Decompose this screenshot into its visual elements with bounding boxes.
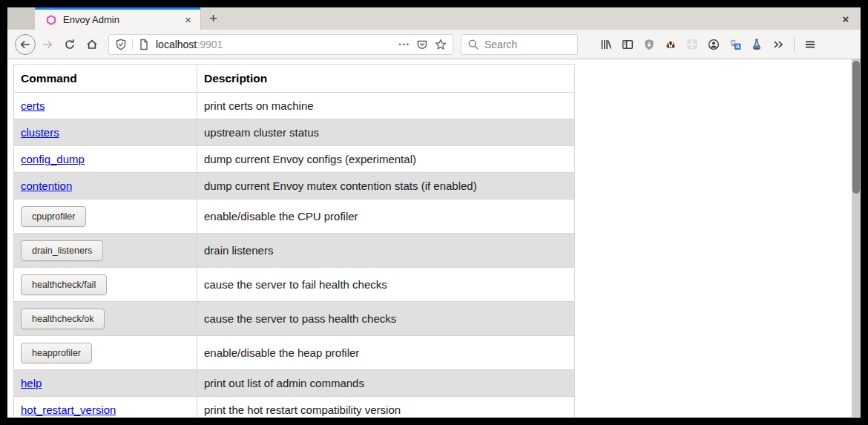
- flask-extension-button[interactable]: [751, 39, 763, 50]
- page-actions-icon[interactable]: •••: [399, 41, 410, 48]
- pocket-icon[interactable]: [416, 39, 428, 50]
- description-cell: print the hot restart compatibility vers…: [197, 397, 575, 418]
- scrollbar-thumb[interactable]: [852, 61, 860, 194]
- urlbar-separator: [132, 39, 133, 50]
- account-icon: [708, 39, 720, 50]
- double-chevron-icon: [772, 39, 784, 50]
- account-button[interactable]: [708, 39, 720, 50]
- back-arrow-icon: [19, 39, 31, 50]
- description-cell: dump current Envoy mutex contention stat…: [197, 173, 575, 200]
- translate-extension-button[interactable]: A: [729, 39, 741, 50]
- command-cell: clusters: [14, 119, 197, 146]
- new-tab-button[interactable]: +: [200, 7, 226, 30]
- browser-window: Envoy Admin × + ×: [7, 7, 861, 418]
- translate-icon: A: [729, 39, 741, 50]
- forward-arrow-icon: [42, 39, 53, 50]
- reload-icon: [64, 39, 76, 50]
- command-table-body: certs print certs on machine clusters up…: [14, 93, 575, 418]
- command-button[interactable]: drain_listeners: [21, 240, 103, 261]
- search-input[interactable]: [484, 39, 566, 50]
- command-cell: help: [14, 370, 197, 397]
- description-cell: upstream cluster status: [197, 119, 575, 146]
- command-cell: certs: [14, 93, 197, 119]
- badger-extension-button[interactable]: [665, 39, 677, 50]
- back-button[interactable]: [15, 34, 36, 55]
- tab-envoy-admin[interactable]: Envoy Admin ×: [35, 7, 200, 30]
- command-link[interactable]: contention: [21, 179, 72, 192]
- overflow-button[interactable]: [772, 39, 784, 50]
- library-button[interactable]: [600, 39, 612, 50]
- command-column-header: Command: [14, 65, 197, 93]
- description-cell: print certs on machine: [197, 93, 575, 119]
- window-close-button[interactable]: ×: [831, 7, 861, 30]
- envoy-favicon-icon: [45, 14, 57, 26]
- table-header-row: Command Description: [14, 65, 575, 93]
- tab-close-icon[interactable]: ×: [182, 13, 194, 26]
- description-cell: cause the server to pass health checks: [197, 302, 575, 336]
- flask-icon: [751, 39, 763, 50]
- search-icon: [467, 39, 479, 50]
- url-host: localhost: [156, 39, 197, 50]
- command-link[interactable]: config_dump: [21, 153, 85, 165]
- svg-text:A: A: [735, 43, 740, 50]
- url-text[interactable]: localhost:9901: [156, 39, 399, 50]
- shield-lock-icon: [643, 39, 655, 50]
- disabled-extension-icon: [686, 39, 698, 50]
- tab-title: Envoy Admin: [63, 14, 182, 25]
- page-info-icon[interactable]: [138, 39, 150, 50]
- command-cell: healthcheck/fail: [14, 268, 197, 302]
- reload-button[interactable]: [64, 39, 76, 50]
- table-row: hot_restart_version print the hot restar…: [14, 397, 575, 418]
- command-link[interactable]: certs: [21, 99, 45, 112]
- tab-bar-space: [226, 7, 831, 30]
- command-button[interactable]: healthcheck/ok: [21, 309, 105, 329]
- home-button[interactable]: [86, 39, 98, 50]
- table-row: contention dump current Envoy mutex cont…: [14, 173, 575, 200]
- vertical-scrollbar[interactable]: [852, 59, 861, 417]
- admin-command-table: Command Description certs print certs on…: [13, 64, 575, 417]
- command-cell: healthcheck/ok: [14, 302, 197, 336]
- table-row: drain_listeners drain listeners: [14, 234, 575, 268]
- forward-button[interactable]: [42, 39, 53, 50]
- pre-tab-spacer: [7, 7, 35, 30]
- command-cell: heapprofiler: [14, 336, 197, 370]
- command-link[interactable]: hot_restart_version: [21, 403, 116, 416]
- command-link[interactable]: clusters: [21, 126, 59, 139]
- description-cell: print out list of admin commands: [197, 370, 575, 397]
- table-row: config_dump dump current Envoy configs (…: [14, 146, 575, 173]
- command-cell: contention: [14, 173, 197, 200]
- table-row: healthcheck/ok cause the server to pass …: [14, 302, 575, 336]
- page-content: Command Description certs print certs on…: [7, 59, 861, 417]
- command-button[interactable]: heapprofiler: [21, 343, 92, 363]
- table-row: clusters upstream cluster status: [14, 119, 575, 146]
- toolbar-right-icons: A: [600, 37, 816, 52]
- tracking-protection-shield-icon[interactable]: [115, 39, 127, 50]
- description-cell: enable/disable the CPU profiler: [197, 200, 575, 234]
- command-link[interactable]: help: [21, 377, 42, 389]
- description-cell: dump current Envoy configs (experimental…: [197, 146, 575, 173]
- shield-lock-extension-button[interactable]: [643, 39, 655, 50]
- table-row: healthcheck/fail cause the server to fai…: [14, 268, 575, 302]
- menu-button[interactable]: [804, 39, 816, 50]
- search-box[interactable]: [461, 34, 578, 55]
- command-cell: drain_listeners: [14, 234, 197, 268]
- description-cell: enable/disable the heap profiler: [197, 336, 575, 370]
- bookmark-star-icon[interactable]: [435, 39, 447, 50]
- command-button[interactable]: healthcheck/fail: [21, 274, 107, 295]
- command-button[interactable]: cpuprofiler: [21, 206, 86, 227]
- toolbar-separator: [794, 37, 795, 52]
- sidebar-icon: [622, 39, 634, 50]
- command-cell: hot_restart_version: [14, 397, 197, 418]
- hamburger-menu-icon: [804, 39, 816, 50]
- url-port: :9901: [197, 39, 223, 50]
- sidebar-button[interactable]: [622, 39, 634, 50]
- disabled-extension-button[interactable]: [686, 39, 698, 50]
- tab-bar: Envoy Admin × + ×: [7, 7, 861, 30]
- library-icon: [600, 39, 612, 50]
- table-row: heapprofiler enable/disable the heap pro…: [14, 336, 575, 370]
- command-cell: config_dump: [14, 146, 197, 173]
- table-row: cpuprofiler enable/disable the CPU profi…: [14, 200, 575, 234]
- nav-toolbar: localhost:9901 •••: [7, 30, 861, 59]
- table-row: help print out list of admin commands: [14, 370, 575, 397]
- url-bar[interactable]: localhost:9901 •••: [108, 34, 453, 55]
